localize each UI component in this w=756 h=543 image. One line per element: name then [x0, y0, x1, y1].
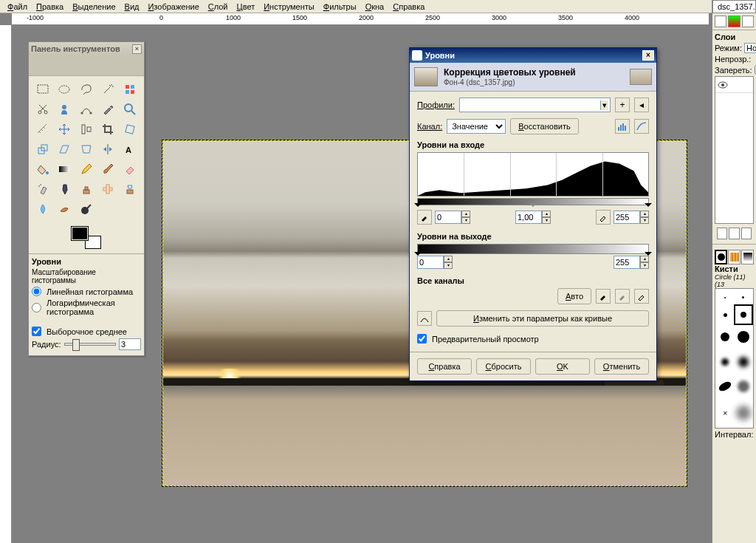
linear-hist-icon[interactable] — [615, 119, 630, 134]
lower-layer-icon[interactable] — [741, 228, 752, 239]
preview-check[interactable] — [417, 334, 427, 344]
reset-button[interactable]: Сбросить — [476, 358, 531, 375]
black-eyedropper-icon[interactable] — [417, 210, 432, 225]
help-button[interactable]: Справка — [417, 358, 472, 375]
radius-slider[interactable] — [64, 343, 116, 346]
airbrush-tool[interactable] — [33, 180, 52, 198]
scale-tool[interactable] — [33, 140, 52, 158]
bucket-tool[interactable] — [33, 160, 52, 178]
foreground-color[interactable] — [72, 227, 88, 240]
paths-tool[interactable] — [77, 100, 96, 118]
input-gradient[interactable] — [417, 198, 649, 205]
blur-tool[interactable] — [33, 200, 52, 218]
align-tool[interactable] — [77, 120, 96, 138]
rect-select-tool[interactable] — [33, 81, 52, 98]
clone-tool[interactable] — [77, 180, 96, 198]
input-high-field[interactable] — [614, 211, 640, 224]
curves-icon[interactable] — [417, 311, 432, 326]
log-hist-icon[interactable] — [634, 119, 649, 134]
mode-select[interactable]: Нор — [744, 43, 756, 53]
output-high-field[interactable] — [614, 256, 640, 269]
white-eyedropper-icon[interactable] — [596, 210, 611, 225]
menu-help[interactable]: Справка — [388, 1, 429, 13]
menu-view[interactable]: Вид — [120, 1, 144, 13]
menu-layer[interactable]: Слой — [204, 1, 233, 13]
input-gamma-field[interactable] — [515, 211, 542, 224]
color-swatches[interactable] — [29, 222, 144, 253]
cancel-button[interactable]: Отменить — [594, 358, 649, 375]
toolbox-titlebar[interactable]: Панель инструментов × — [29, 42, 144, 55]
menu-image[interactable]: Изображение — [143, 1, 203, 13]
crop-tool[interactable] — [98, 120, 117, 138]
auto-button[interactable]: Авто — [557, 288, 591, 304]
rotate-tool[interactable] — [120, 120, 140, 138]
out-black-slider[interactable] — [414, 252, 422, 259]
scissors-tool[interactable] — [33, 100, 52, 118]
menu-filters[interactable]: Фильтры — [319, 1, 361, 13]
pick-white-icon[interactable] — [634, 289, 649, 304]
color-select-tool[interactable] — [120, 81, 140, 98]
paths-tab-icon[interactable] — [742, 16, 754, 27]
input-low-field[interactable] — [435, 211, 461, 224]
smudge-tool[interactable] — [55, 200, 74, 218]
blend-tool[interactable] — [55, 160, 74, 178]
measure-tool[interactable] — [33, 120, 52, 138]
heal-tool[interactable] — [98, 180, 117, 198]
eye-icon[interactable] — [718, 81, 728, 89]
log-histogram-radio[interactable] — [32, 303, 41, 313]
menu-edit[interactable]: Правка — [32, 1, 68, 13]
radius-input[interactable] — [119, 338, 141, 350]
flip-tool[interactable] — [98, 140, 117, 158]
zoom-tool[interactable] — [120, 100, 140, 118]
color-picker-tool[interactable] — [98, 100, 117, 118]
ok-button[interactable]: OK — [535, 358, 590, 375]
brush-tool[interactable] — [98, 160, 117, 178]
close-icon[interactable]: × — [132, 44, 142, 54]
sample-average-check[interactable] — [32, 327, 41, 336]
output-gradient[interactable] — [417, 244, 649, 254]
wand-tool[interactable] — [98, 81, 117, 98]
pencil-tool[interactable] — [77, 160, 96, 178]
eraser-tool[interactable] — [120, 160, 140, 178]
perspective-clone-tool[interactable] — [120, 180, 140, 198]
close-icon[interactable]: × — [642, 50, 654, 61]
move-tool[interactable] — [55, 120, 74, 138]
linear-histogram-radio[interactable] — [32, 287, 41, 296]
pick-black-icon[interactable] — [596, 289, 611, 304]
menu-windows[interactable]: Окна — [361, 1, 389, 13]
new-layer-icon[interactable] — [717, 228, 727, 239]
dialog-titlebar[interactable]: Уровни × — [410, 48, 656, 63]
gradient-tab-icon[interactable] — [741, 250, 754, 264]
reset-channel-button[interactable]: Восстановить — [510, 118, 578, 134]
layers-list[interactable] — [715, 76, 754, 224]
layers-tab-icon[interactable] — [715, 16, 726, 27]
ellipse-select-tool[interactable] — [55, 81, 74, 98]
text-tool[interactable]: A — [120, 140, 140, 158]
reset-profile-icon[interactable]: ◂ — [634, 98, 649, 112]
pattern-tab-icon[interactable] — [728, 250, 740, 264]
menu-color[interactable]: Цвет — [233, 1, 260, 13]
brush-tab-icon[interactable] — [715, 250, 727, 264]
black-point-slider[interactable] — [414, 203, 422, 211]
layer-row[interactable] — [715, 77, 753, 93]
menu-file[interactable]: Файл — [3, 1, 32, 13]
brush-grid[interactable]: × — [715, 288, 754, 428]
dodge-tool[interactable] — [77, 200, 96, 218]
ink-tool[interactable] — [55, 180, 74, 198]
raise-layer-icon[interactable] — [729, 228, 739, 239]
profile-combo[interactable] — [459, 98, 611, 112]
pick-gray-icon[interactable] — [615, 289, 630, 304]
foreground-select-tool[interactable] — [55, 100, 74, 118]
menu-tools[interactable]: Инструменты — [259, 1, 319, 13]
document-tab[interactable]: dsc_1357. — [712, 0, 756, 13]
gamma-slider[interactable] — [529, 203, 537, 211]
channels-tab-icon[interactable] — [728, 16, 740, 27]
perspective-tool[interactable] — [77, 140, 96, 158]
add-profile-icon[interactable]: + — [615, 98, 630, 112]
channel-select[interactable]: Значение — [447, 119, 506, 134]
shear-tool[interactable] — [55, 140, 74, 158]
lasso-tool[interactable] — [77, 81, 96, 98]
out-white-slider[interactable] — [645, 252, 652, 259]
histogram[interactable] — [417, 152, 649, 197]
menu-select[interactable]: Выделение — [68, 1, 120, 13]
